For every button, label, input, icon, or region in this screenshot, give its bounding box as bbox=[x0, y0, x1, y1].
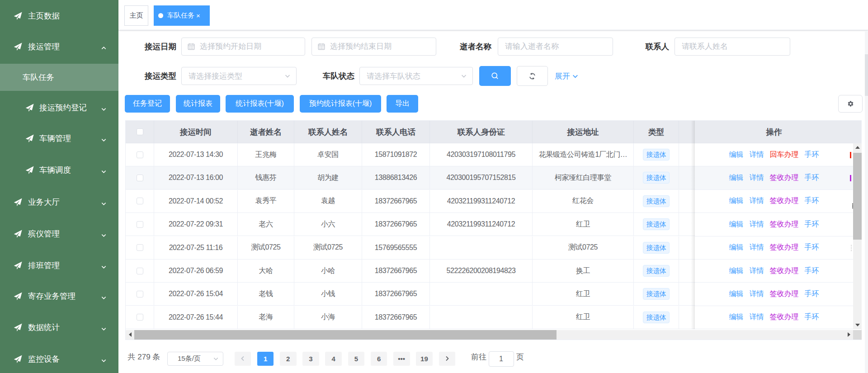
detail-link[interactable]: 详情 bbox=[750, 150, 764, 160]
sidebar-item-殡仪管理[interactable]: 殡仪管理 bbox=[0, 220, 118, 247]
process-link[interactable]: 回车办理 bbox=[770, 150, 799, 160]
wristband-link[interactable]: 手环 bbox=[805, 312, 819, 322]
edit-link[interactable]: 编辑 bbox=[729, 289, 744, 299]
sidebar-item-监控设备[interactable]: 监控设备 bbox=[0, 345, 118, 373]
detail-link[interactable]: 详情 bbox=[750, 266, 764, 276]
sidebar-item-主页数据[interactable]: 主页数据 bbox=[0, 2, 118, 29]
cell-idcard: 420303197108011795 bbox=[430, 143, 533, 166]
sidebar-item-车辆管理[interactable]: 车辆管理 bbox=[0, 125, 118, 152]
process-link[interactable]: 签收办理 bbox=[770, 196, 799, 206]
edit-link[interactable]: 编辑 bbox=[729, 312, 744, 322]
wristband-link[interactable]: 手环 bbox=[805, 173, 819, 183]
page-button-19[interactable]: 19 bbox=[416, 352, 433, 366]
process-link[interactable]: 签收办理 bbox=[770, 312, 799, 322]
scroll-down-button[interactable] bbox=[853, 321, 862, 329]
next-page-button[interactable] bbox=[439, 352, 456, 366]
edit-link[interactable]: 编辑 bbox=[729, 196, 744, 206]
table-vscrollbar-thumb[interactable] bbox=[853, 153, 862, 240]
page-button-1[interactable]: 1 bbox=[257, 352, 274, 366]
row-checkbox[interactable] bbox=[137, 291, 143, 297]
search-button[interactable] bbox=[479, 66, 511, 86]
wristband-link[interactable]: 手环 bbox=[805, 196, 819, 206]
jump-page-input[interactable]: 1 bbox=[489, 351, 514, 367]
type-select[interactable]: 请选择接运类型 bbox=[181, 67, 297, 85]
detail-link[interactable]: 详情 bbox=[750, 196, 764, 206]
column-header-contact: 联系人姓名 bbox=[294, 121, 362, 143]
process-link[interactable]: 签收办理 bbox=[770, 266, 799, 276]
row-checkbox[interactable] bbox=[137, 198, 143, 204]
page-button-3[interactable]: 3 bbox=[302, 352, 319, 366]
date-end-input[interactable]: 选择预约结束日期 bbox=[311, 38, 436, 56]
row-checkbox[interactable] bbox=[137, 151, 143, 158]
row-checkbox[interactable] bbox=[137, 175, 143, 181]
process-link[interactable]: 签收办理 bbox=[770, 289, 799, 299]
page-scrollbar[interactable] bbox=[865, 31, 868, 373]
refresh-button[interactable] bbox=[517, 66, 548, 86]
detail-link[interactable]: 详情 bbox=[750, 289, 764, 299]
cell-contact: 测试0725 bbox=[294, 236, 362, 260]
chevron-down-icon bbox=[101, 326, 107, 332]
more-pages-button[interactable]: ••• bbox=[393, 352, 410, 366]
page-button-2[interactable]: 2 bbox=[280, 352, 297, 366]
contact-name-input[interactable]: 请联系人姓名 bbox=[675, 38, 790, 56]
wristband-link[interactable]: 手环 bbox=[805, 150, 819, 160]
page-scrollbar-thumb[interactable] bbox=[865, 54, 868, 96]
sidebar-item-寄存业务管理[interactable]: 寄存业务管理 bbox=[0, 283, 118, 310]
select-all-checkbox[interactable] bbox=[137, 128, 143, 135]
toolbar-button-统计报表[interactable]: 统计报表 bbox=[176, 95, 220, 113]
sidebar-item-排班管理[interactable]: 排班管理 bbox=[0, 252, 118, 279]
row-checkbox[interactable] bbox=[137, 314, 143, 321]
sidebar-item-数据统计[interactable]: 数据统计 bbox=[0, 314, 118, 341]
process-link[interactable]: 签收办理 bbox=[770, 243, 799, 252]
row-checkbox[interactable] bbox=[137, 268, 143, 274]
date-start-input[interactable]: 选择预约开始日期 bbox=[181, 38, 305, 56]
scroll-up-button[interactable] bbox=[853, 143, 862, 151]
status-select-placeholder: 请选择车队状态 bbox=[367, 71, 420, 81]
wristband-link[interactable]: 手环 bbox=[805, 243, 819, 252]
edit-link[interactable]: 编辑 bbox=[729, 150, 744, 160]
sidebar-item-车队任务[interactable]: 车队任务 bbox=[0, 64, 118, 91]
expand-link[interactable]: 展开 bbox=[555, 66, 579, 86]
detail-link[interactable]: 详情 bbox=[750, 243, 764, 252]
toolbar-button-导出[interactable]: 导出 bbox=[387, 95, 418, 113]
toolbar-button-预约统计报表(十堰)[interactable]: 预约统计报表(十堰) bbox=[300, 95, 381, 113]
column-header-type: 类型 bbox=[634, 121, 679, 143]
toolbar-button-任务登记[interactable]: 任务登记 bbox=[125, 95, 170, 113]
edit-link[interactable]: 编辑 bbox=[729, 220, 744, 229]
edit-link[interactable]: 编辑 bbox=[729, 266, 744, 276]
page-button-5[interactable]: 5 bbox=[348, 352, 365, 366]
sidebar-item-业务大厅[interactable]: 业务大厅 bbox=[0, 189, 118, 216]
process-link[interactable]: 签收办理 bbox=[770, 220, 799, 229]
column-header-idcard: 联系人身份证 bbox=[430, 121, 533, 143]
page-button-6[interactable]: 6 bbox=[371, 352, 387, 366]
tab-fleet-task[interactable]: 车队任务 × bbox=[154, 5, 210, 26]
wristband-link[interactable]: 手环 bbox=[805, 266, 819, 276]
row-checkbox[interactable] bbox=[137, 244, 143, 251]
prev-page-button[interactable] bbox=[235, 352, 251, 366]
status-select[interactable]: 请选择车队状态 bbox=[359, 67, 473, 85]
sidebar-item-接运预约登记[interactable]: 接运预约登记 bbox=[0, 94, 118, 121]
cell-check bbox=[126, 143, 154, 166]
fleet-task-table: 接运时间逝者姓名联系人姓名联系人电话联系人身份证接运地址类型2022-07-13… bbox=[125, 120, 862, 340]
edit-link[interactable]: 编辑 bbox=[729, 243, 744, 252]
send-icon bbox=[13, 354, 23, 364]
wristband-link[interactable]: 手环 bbox=[805, 220, 819, 229]
sidebar-item-接运管理[interactable]: 接运管理 bbox=[0, 33, 118, 60]
cell-type: 接遗体 bbox=[634, 260, 679, 283]
deceased-name-input[interactable]: 请输入逝者名称 bbox=[498, 38, 613, 56]
detail-link[interactable]: 详情 bbox=[750, 312, 764, 322]
arrow-down-icon bbox=[855, 324, 860, 326]
detail-link[interactable]: 详情 bbox=[750, 220, 764, 229]
page-size-select[interactable]: 15条/页 bbox=[167, 352, 223, 366]
page-button-4[interactable]: 4 bbox=[325, 352, 342, 366]
sidebar-item-车辆调度[interactable]: 车辆调度 bbox=[0, 156, 118, 184]
close-icon[interactable]: × bbox=[196, 12, 200, 19]
detail-link[interactable]: 详情 bbox=[750, 173, 764, 183]
row-checkbox[interactable] bbox=[137, 221, 143, 228]
process-link[interactable]: 签收办理 bbox=[770, 173, 799, 183]
wristband-link[interactable]: 手环 bbox=[805, 289, 819, 299]
edit-link[interactable]: 编辑 bbox=[729, 173, 744, 183]
toolbar-button-统计报表(十堰)[interactable]: 统计报表(十堰) bbox=[226, 95, 294, 113]
tab-home[interactable]: 主页 bbox=[124, 5, 148, 26]
settings-button[interactable] bbox=[838, 95, 863, 113]
